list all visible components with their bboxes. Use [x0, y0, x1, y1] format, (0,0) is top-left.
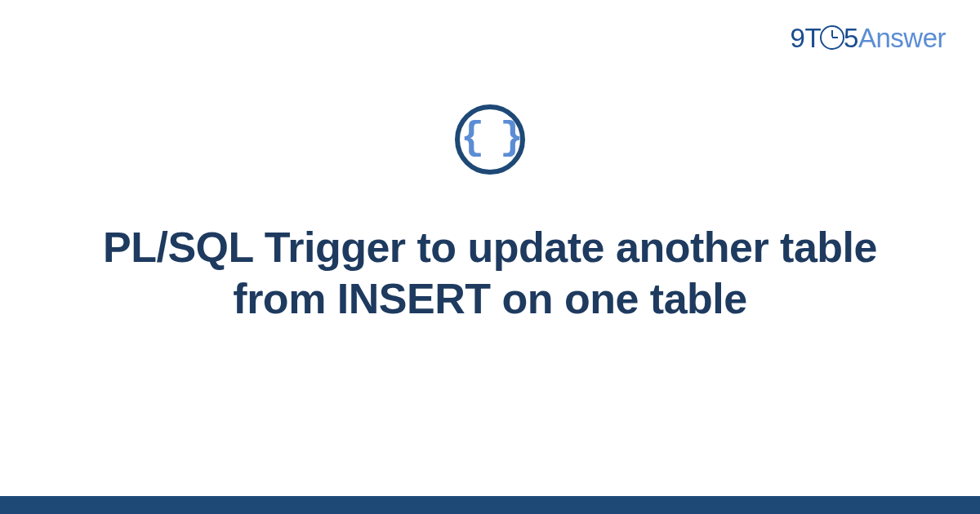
page-title: PL/SQL Trigger to update another table f… — [74, 222, 906, 326]
code-braces-icon: { } — [461, 118, 519, 157]
clock-icon — [820, 25, 844, 50]
logo-text-5: 5 — [844, 23, 858, 53]
footer-bar — [0, 496, 980, 514]
logo-text-9t: 9T — [791, 23, 822, 53]
logo-text-answer: Answer — [858, 23, 946, 53]
site-logo: 9T5Answer — [791, 23, 946, 54]
category-icon-circle: { } — [455, 104, 525, 175]
main-content: { } PL/SQL Trigger to update another tab… — [0, 104, 980, 326]
